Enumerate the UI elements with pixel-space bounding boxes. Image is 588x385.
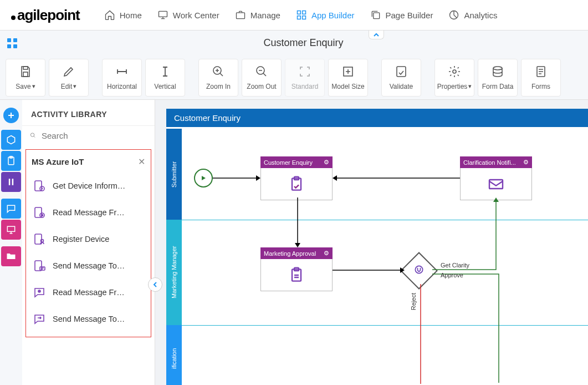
- tool-label: Zoom Out: [247, 83, 276, 90]
- nav-app-builder[interactable]: App Builder: [288, 5, 362, 25]
- tool-label: Save▾: [16, 83, 35, 90]
- edit-button[interactable]: Edit▾: [49, 59, 89, 97]
- model-size-button[interactable]: Model Size: [328, 59, 368, 97]
- device-info-icon: [33, 179, 46, 192]
- start-node[interactable]: [194, 169, 213, 188]
- align-h-icon: [115, 65, 129, 78]
- close-icon[interactable]: ✕: [138, 156, 145, 167]
- svg-rect-12: [23, 67, 28, 69]
- forms-icon: [534, 65, 548, 78]
- read-chat-icon: [33, 286, 46, 299]
- add-button[interactable]: [3, 108, 19, 123]
- svg-rect-35: [40, 267, 45, 270]
- clarification-node[interactable]: Clarification Notifi...⚙: [460, 156, 532, 200]
- gear-icon[interactable]: ⚙: [324, 250, 329, 257]
- gear-icon[interactable]: ⚙: [324, 159, 329, 166]
- search-row: [22, 125, 155, 145]
- activity-label: Get Device Inform…: [53, 181, 125, 190]
- svg-rect-13: [23, 72, 28, 77]
- svg-rect-4: [297, 16, 300, 19]
- clipboard-lines-icon: [288, 266, 305, 284]
- copy-icon: [370, 9, 381, 21]
- activity-register-device[interactable]: Register Device: [30, 226, 149, 252]
- svg-rect-23: [9, 179, 10, 185]
- activity-read-message[interactable]: Read Message Fr…: [30, 199, 149, 226]
- svg-point-18: [453, 70, 456, 73]
- collapse-top-tab[interactable]: [369, 31, 384, 39]
- zoom-in-icon: [212, 65, 225, 78]
- tool-label: Forms: [531, 83, 550, 90]
- activity-label: Send Message To…: [53, 261, 125, 270]
- tool-label: Zoom In: [206, 83, 231, 90]
- rail-shape-button[interactable]: [1, 130, 21, 150]
- validate-icon: [395, 65, 408, 78]
- svg-rect-8: [7, 38, 11, 42]
- frame-icon: [298, 65, 311, 78]
- zoom-in-button[interactable]: Zoom In: [198, 59, 238, 97]
- svg-rect-40: [489, 180, 503, 189]
- edge-label-reject: Reject: [410, 293, 417, 310]
- panel-collapse-button[interactable]: [148, 277, 162, 292]
- title-bar: Customer Enquiry: [0, 31, 588, 55]
- nav-analytics[interactable]: Analytics: [441, 5, 505, 25]
- svg-rect-5: [303, 16, 306, 19]
- category-box: MS Azure IoT ✕ Get Device Inform… Read M…: [25, 149, 151, 337]
- canvas-title: Customer Enquiry: [166, 109, 588, 127]
- rail-present-button[interactable]: [1, 220, 21, 240]
- nav-page-builder[interactable]: Page Builder: [362, 5, 441, 25]
- hexagon-icon: [6, 134, 17, 145]
- customer-enquiry-node[interactable]: Customer Enquiry⚙: [260, 156, 333, 200]
- svg-point-33: [41, 240, 44, 242]
- tool-label: Vertical: [154, 83, 176, 90]
- present-icon: [6, 224, 17, 235]
- edge-arrow: [294, 197, 301, 247]
- svg-point-26: [30, 133, 34, 136]
- tool-label: Horizontal: [107, 83, 137, 90]
- search-input[interactable]: [42, 131, 147, 140]
- nav-work-center[interactable]: Work Center: [150, 5, 227, 25]
- chat-icon: [6, 203, 17, 214]
- chevron-left-icon: [152, 281, 158, 288]
- activity-read-message-2[interactable]: Read Message Fr…: [30, 279, 149, 306]
- marketing-approval-node[interactable]: Marketing Approval⚙: [260, 247, 333, 291]
- forms-button[interactable]: Forms: [521, 59, 561, 97]
- panel-title: ACTIVITY LIBRARY: [22, 100, 155, 125]
- properties-button[interactable]: Properties▾: [434, 59, 474, 97]
- plus-icon: [6, 110, 17, 121]
- standard-button[interactable]: Standard: [285, 59, 325, 97]
- nav-label: App Builder: [311, 11, 355, 20]
- clipboard-icon: [6, 155, 17, 166]
- svg-marker-45: [256, 175, 260, 181]
- validate-button[interactable]: Validate: [381, 59, 421, 97]
- toolbar: Save▾ Edit▾ Horizontal Vertical Zoom In …: [0, 55, 588, 100]
- lane-submitter: Submitter: [166, 129, 182, 220]
- edge-approve: [432, 272, 554, 383]
- activity-get-device[interactable]: Get Device Inform…: [30, 173, 149, 199]
- vertical-button[interactable]: Vertical: [145, 59, 185, 97]
- lane-marketing: Marketing Manager: [166, 220, 182, 325]
- nav-manage[interactable]: Manage: [227, 5, 288, 25]
- save-button[interactable]: Save▾: [6, 59, 45, 97]
- canvas[interactable]: Customer Enquiry Submitter Marketing Man…: [166, 109, 588, 385]
- node-title: Marketing Approval: [264, 250, 316, 257]
- edge-get-clarity: [432, 197, 504, 271]
- nav-home[interactable]: Home: [96, 5, 150, 25]
- apps-icon[interactable]: [6, 37, 19, 50]
- nav-label: Manage: [250, 11, 280, 20]
- edge-reject: [417, 284, 425, 384]
- activity-send-message[interactable]: Send Message To…: [30, 252, 149, 279]
- activity-send-message-2[interactable]: Send Message To…: [30, 306, 149, 332]
- horizontal-button[interactable]: Horizontal: [102, 59, 142, 97]
- rail-chat-button[interactable]: [1, 199, 21, 219]
- home-icon: [104, 9, 115, 21]
- activity-label: Register Device: [53, 235, 109, 244]
- gear-icon[interactable]: ⚙: [523, 159, 529, 166]
- node-title: Clarification Notifi...: [463, 159, 516, 166]
- rail-folder-button[interactable]: [1, 246, 21, 266]
- form-data-button[interactable]: Form Data: [478, 59, 518, 97]
- rail-clipboard-button[interactable]: [1, 151, 21, 171]
- rail-pause-button[interactable]: [1, 172, 21, 192]
- tool-label: Form Data: [482, 83, 514, 90]
- zoom-out-button[interactable]: Zoom Out: [242, 59, 282, 97]
- chevron-up-icon: [373, 32, 380, 38]
